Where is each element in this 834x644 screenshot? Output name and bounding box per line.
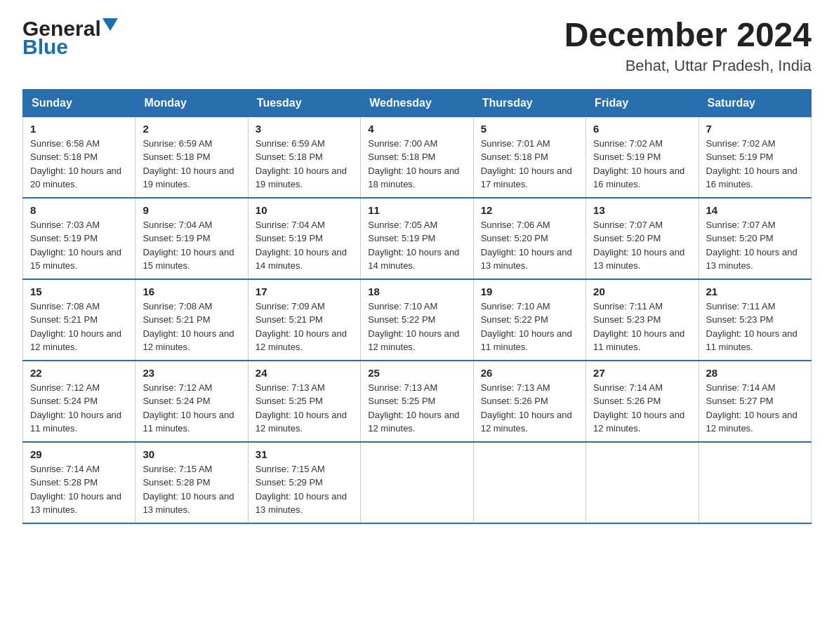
daylight-label: Daylight: 10 hours and 18 minutes.	[368, 166, 459, 190]
table-row: 8 Sunrise: 7:03 AM Sunset: 5:19 PM Dayli…	[23, 198, 135, 279]
sunrise-label: Sunrise: 7:07 AM	[706, 220, 776, 230]
sunset-label: Sunset: 5:18 PM	[30, 152, 98, 162]
table-row: 1 Sunrise: 6:58 AM Sunset: 5:18 PM Dayli…	[23, 116, 135, 198]
table-row: 5 Sunrise: 7:01 AM Sunset: 5:18 PM Dayli…	[473, 116, 585, 198]
sunrise-label: Sunrise: 7:12 AM	[30, 382, 100, 393]
day-number: 4	[368, 123, 465, 135]
col-header-monday: Monday	[135, 89, 248, 116]
day-info: Sunrise: 7:04 AM Sunset: 5:19 PM Dayligh…	[256, 218, 353, 273]
day-number: 6	[593, 123, 691, 135]
table-row: 21 Sunrise: 7:11 AM Sunset: 5:23 PM Dayl…	[699, 279, 811, 361]
day-info: Sunrise: 7:13 AM Sunset: 5:25 PM Dayligh…	[256, 381, 353, 436]
sunset-label: Sunset: 5:18 PM	[143, 152, 210, 162]
sunset-label: Sunset: 5:22 PM	[368, 314, 435, 325]
daylight-label: Daylight: 10 hours and 15 minutes.	[143, 247, 234, 271]
sunrise-label: Sunrise: 7:06 AM	[481, 220, 550, 230]
sunset-label: Sunset: 5:19 PM	[368, 233, 435, 243]
day-number: 14	[706, 204, 804, 216]
day-info: Sunrise: 7:07 AM Sunset: 5:20 PM Dayligh…	[706, 218, 804, 273]
sunrise-label: Sunrise: 7:12 AM	[143, 382, 212, 393]
day-number: 7	[706, 123, 804, 135]
day-number: 16	[143, 286, 240, 297]
daylight-label: Daylight: 10 hours and 12 minutes.	[368, 328, 459, 353]
col-header-saturday: Saturday	[699, 89, 811, 116]
sunrise-label: Sunrise: 7:13 AM	[368, 382, 437, 393]
sunrise-label: Sunrise: 7:14 AM	[593, 382, 663, 393]
day-number: 5	[481, 123, 578, 135]
daylight-label: Daylight: 10 hours and 16 minutes.	[593, 166, 684, 190]
week-row-1: 1 Sunrise: 6:58 AM Sunset: 5:18 PM Dayli…	[23, 116, 812, 198]
day-info: Sunrise: 7:10 AM Sunset: 5:22 PM Dayligh…	[368, 300, 465, 354]
table-row: 27 Sunrise: 7:14 AM Sunset: 5:26 PM Dayl…	[586, 361, 699, 442]
table-row: 18 Sunrise: 7:10 AM Sunset: 5:22 PM Dayl…	[361, 279, 473, 361]
sunrise-label: Sunrise: 7:10 AM	[368, 301, 437, 311]
sunrise-label: Sunrise: 7:08 AM	[30, 301, 100, 311]
day-info: Sunrise: 7:12 AM Sunset: 5:24 PM Dayligh…	[143, 381, 240, 436]
sunrise-label: Sunrise: 7:05 AM	[368, 220, 437, 230]
col-header-tuesday: Tuesday	[248, 89, 360, 116]
day-info: Sunrise: 7:00 AM Sunset: 5:18 PM Dayligh…	[368, 137, 465, 192]
day-number: 21	[706, 286, 804, 297]
daylight-label: Daylight: 10 hours and 11 minutes.	[593, 328, 684, 353]
table-row: 9 Sunrise: 7:04 AM Sunset: 5:19 PM Dayli…	[135, 198, 248, 279]
table-row: 13 Sunrise: 7:07 AM Sunset: 5:20 PM Dayl…	[586, 198, 699, 279]
daylight-label: Daylight: 10 hours and 19 minutes.	[143, 166, 234, 190]
day-info: Sunrise: 7:01 AM Sunset: 5:18 PM Dayligh…	[481, 137, 578, 192]
week-row-5: 29 Sunrise: 7:14 AM Sunset: 5:28 PM Dayl…	[23, 442, 812, 523]
daylight-label: Daylight: 10 hours and 12 minutes.	[256, 410, 347, 434]
sunset-label: Sunset: 5:28 PM	[143, 477, 210, 488]
sunset-label: Sunset: 5:25 PM	[368, 396, 435, 406]
table-row: 19 Sunrise: 7:10 AM Sunset: 5:22 PM Dayl…	[473, 279, 585, 361]
table-row: 26 Sunrise: 7:13 AM Sunset: 5:26 PM Dayl…	[473, 361, 585, 442]
table-row: 16 Sunrise: 7:08 AM Sunset: 5:21 PM Dayl…	[135, 279, 248, 361]
sunset-label: Sunset: 5:21 PM	[256, 314, 323, 325]
sunrise-label: Sunrise: 7:08 AM	[143, 301, 212, 311]
svg-marker-0	[102, 18, 118, 31]
daylight-label: Daylight: 10 hours and 13 minutes.	[593, 247, 684, 271]
col-header-wednesday: Wednesday	[361, 89, 473, 116]
day-info: Sunrise: 7:11 AM Sunset: 5:23 PM Dayligh…	[593, 300, 691, 354]
table-row: 6 Sunrise: 7:02 AM Sunset: 5:19 PM Dayli…	[586, 116, 699, 198]
sunset-label: Sunset: 5:23 PM	[593, 314, 661, 325]
day-number: 30	[143, 448, 240, 460]
sunrise-label: Sunrise: 7:14 AM	[706, 382, 776, 393]
table-row	[473, 442, 585, 523]
day-number: 1	[30, 123, 128, 135]
day-number: 8	[30, 204, 128, 216]
day-number: 22	[30, 367, 128, 379]
logo: General Blue	[22, 17, 118, 58]
table-row: 20 Sunrise: 7:11 AM Sunset: 5:23 PM Dayl…	[586, 279, 699, 361]
sunrise-label: Sunrise: 6:59 AM	[143, 138, 212, 149]
table-row: 15 Sunrise: 7:08 AM Sunset: 5:21 PM Dayl…	[23, 279, 135, 361]
table-row: 14 Sunrise: 7:07 AM Sunset: 5:20 PM Dayl…	[699, 198, 811, 279]
sunset-label: Sunset: 5:22 PM	[481, 314, 548, 325]
day-number: 23	[143, 367, 240, 379]
day-info: Sunrise: 7:02 AM Sunset: 5:19 PM Dayligh…	[593, 137, 691, 192]
day-number: 10	[256, 204, 353, 216]
day-info: Sunrise: 7:08 AM Sunset: 5:21 PM Dayligh…	[30, 300, 128, 354]
sunset-label: Sunset: 5:19 PM	[706, 152, 774, 162]
table-row: 29 Sunrise: 7:14 AM Sunset: 5:28 PM Dayl…	[23, 442, 135, 523]
day-number: 29	[30, 448, 128, 460]
sunset-label: Sunset: 5:19 PM	[593, 152, 661, 162]
table-row: 10 Sunrise: 7:04 AM Sunset: 5:19 PM Dayl…	[248, 198, 360, 279]
day-info: Sunrise: 7:13 AM Sunset: 5:26 PM Dayligh…	[481, 381, 578, 436]
sunrise-label: Sunrise: 7:04 AM	[143, 220, 212, 230]
title-block: December 2024 Behat, Uttar Pradesh, Indi…	[564, 17, 812, 75]
day-number: 25	[368, 367, 465, 379]
daylight-label: Daylight: 10 hours and 13 minutes.	[30, 491, 121, 516]
sunrise-label: Sunrise: 7:01 AM	[481, 138, 550, 149]
calendar-header-row: Sunday Monday Tuesday Wednesday Thursday…	[23, 89, 812, 116]
day-info: Sunrise: 7:07 AM Sunset: 5:20 PM Dayligh…	[593, 218, 691, 273]
sunrise-label: Sunrise: 7:11 AM	[593, 301, 663, 311]
sunrise-label: Sunrise: 7:00 AM	[368, 138, 437, 149]
day-number: 24	[256, 367, 353, 379]
daylight-label: Daylight: 10 hours and 13 minutes.	[256, 491, 347, 516]
day-info: Sunrise: 6:59 AM Sunset: 5:18 PM Dayligh…	[143, 137, 240, 192]
day-info: Sunrise: 7:04 AM Sunset: 5:19 PM Dayligh…	[143, 218, 240, 273]
sunset-label: Sunset: 5:29 PM	[256, 477, 323, 488]
sunrise-label: Sunrise: 7:13 AM	[256, 382, 325, 393]
day-info: Sunrise: 6:58 AM Sunset: 5:18 PM Dayligh…	[30, 137, 128, 192]
table-row: 17 Sunrise: 7:09 AM Sunset: 5:21 PM Dayl…	[248, 279, 360, 361]
daylight-label: Daylight: 10 hours and 12 minutes.	[368, 410, 459, 434]
